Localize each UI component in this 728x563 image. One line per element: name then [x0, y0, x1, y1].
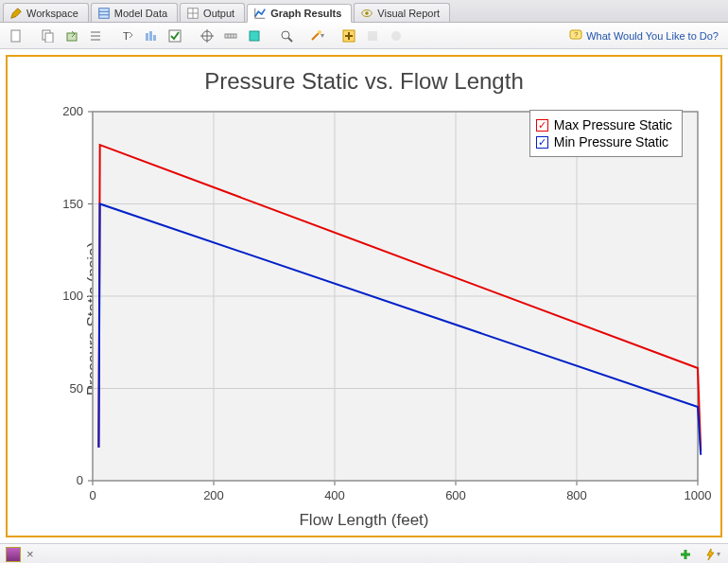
legend-label: Max Pressure Static [554, 117, 672, 132]
grid-icon [186, 7, 199, 20]
svg-text:50: 50 [70, 381, 83, 396]
zoom-button[interactable] [276, 26, 297, 46]
tab-label: Model Data [114, 8, 167, 19]
close-bottom-tab[interactable]: × [26, 547, 34, 561]
svg-rect-12 [45, 33, 53, 43]
legend-item-min[interactable]: ✓ Min Pressure Static [536, 133, 672, 150]
pencil-icon [9, 7, 23, 20]
disabled-button-1 [362, 26, 383, 46]
tab-model-data[interactable]: Model Data [91, 3, 178, 22]
tab-label: Output [203, 8, 234, 19]
crosshair-button[interactable] [197, 26, 217, 46]
tab-visual-report[interactable]: Visual Report [354, 3, 450, 22]
sheet-icon [9, 29, 23, 43]
bottom-bar: × ▾ [0, 543, 728, 563]
svg-rect-10 [11, 30, 20, 42]
svg-text:0: 0 [89, 488, 95, 502]
svg-text:1000: 1000 [685, 488, 712, 502]
svg-text:600: 600 [445, 488, 466, 502]
add-button[interactable] [338, 26, 359, 46]
svg-text:200: 200 [62, 104, 83, 118]
svg-line-31 [288, 38, 292, 42]
eye-icon [360, 7, 373, 20]
list-icon [89, 29, 102, 43]
export-button[interactable] [61, 26, 82, 46]
svg-text:400: 400 [324, 488, 345, 502]
svg-rect-19 [149, 31, 152, 41]
legend: ✓ Max Pressure Static ✓ Min Pressure Sta… [529, 110, 683, 157]
svg-text:100: 100 [62, 289, 83, 303]
scale-icon [224, 29, 237, 43]
svg-rect-20 [153, 35, 156, 41]
format-button[interactable] [141, 26, 162, 46]
new-sheet-button[interactable] [6, 26, 26, 46]
run-button[interactable]: ▾ [702, 544, 722, 564]
check-icon [168, 29, 182, 43]
color-button[interactable] [244, 26, 265, 46]
svg-text:0: 0 [77, 473, 83, 487]
format-icon [145, 29, 158, 43]
tab-bar: Workspace Model Data Output Graph Result… [0, 0, 728, 23]
add-scenario-button[interactable] [675, 544, 696, 564]
tab-label: Workspace [26, 8, 78, 19]
box-icon [366, 29, 379, 43]
chart-title: Pressure Static vs. Flow Length [8, 57, 720, 98]
svg-rect-29 [250, 31, 259, 41]
text-icon: T [121, 29, 134, 43]
square-icon [248, 29, 261, 43]
svg-text:800: 800 [566, 488, 587, 502]
chart-frame: Pressure Static vs. Flow Length Pressure… [6, 55, 722, 537]
chart-icon [253, 7, 267, 20]
svg-rect-37 [368, 31, 377, 41]
tab-output[interactable]: Output [180, 3, 245, 22]
copy-icon [42, 29, 55, 43]
circle-icon [390, 29, 403, 43]
tab-workspace[interactable]: Workspace [3, 3, 89, 22]
svg-point-9 [366, 11, 370, 15]
tab-label: Graph Results [270, 8, 341, 19]
svg-point-30 [282, 31, 289, 39]
help-link[interactable]: ? What Would You Like to Do? [565, 27, 722, 44]
tab-label: Visual Report [377, 8, 440, 19]
text-tool-button[interactable]: T [117, 26, 138, 46]
svg-text:?: ? [574, 30, 579, 39]
list-button[interactable] [85, 26, 106, 46]
plot-area: Pressure Static (psia) Flow Length (feet… [8, 102, 720, 536]
data-icon [97, 7, 111, 20]
svg-text:150: 150 [62, 197, 83, 211]
disabled-button-2 [386, 26, 407, 46]
checkbox-button[interactable] [165, 26, 185, 46]
crosshair-icon [200, 29, 214, 43]
plus-icon [679, 548, 692, 561]
tab-graph-results[interactable]: Graph Results [247, 4, 352, 23]
svg-point-38 [391, 31, 401, 41]
export-icon [65, 29, 78, 43]
legend-label: Min Pressure Static [554, 134, 668, 150]
svg-text:T: T [123, 30, 130, 42]
plus-box-icon [342, 29, 355, 43]
svg-rect-18 [146, 33, 148, 41]
copy-button[interactable] [38, 26, 59, 46]
toolbar: T ▾ ? What Would You Like to Do? [0, 23, 728, 49]
bottom-tab[interactable] [6, 547, 21, 562]
svg-text:200: 200 [203, 488, 224, 502]
help-link-label: What Would You Like to Do? [586, 30, 719, 42]
chart-svg[interactable]: 02004006008001000050100150200 [8, 102, 717, 537]
scale-button[interactable] [220, 26, 241, 46]
help-bubble-icon: ? [569, 29, 582, 43]
wand-button[interactable]: ▾ [306, 26, 327, 46]
legend-item-max[interactable]: ✓ Max Pressure Static [536, 116, 672, 133]
svg-rect-0 [99, 8, 110, 18]
bolt-icon [703, 548, 717, 561]
magnifier-icon [280, 29, 293, 43]
